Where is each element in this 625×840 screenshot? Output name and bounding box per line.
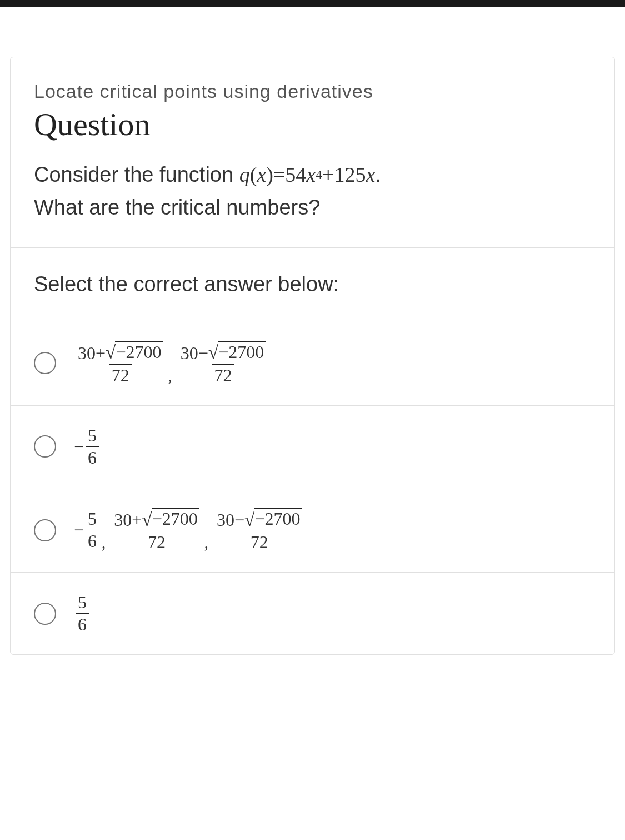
radio-icon bbox=[34, 603, 56, 625]
prompt-equation: q(x) = 54x4 + 125x bbox=[239, 158, 376, 191]
answer-option-b[interactable]: − 5 6 bbox=[11, 405, 614, 488]
question-card: Locate critical points using derivatives… bbox=[10, 57, 615, 655]
answer-option-d[interactable]: 5 6 bbox=[11, 572, 614, 654]
question-header-section: Locate critical points using derivatives… bbox=[11, 57, 614, 248]
answer-option-a[interactable]: 30+√−2700 72 , 30−√−2700 72 bbox=[11, 321, 614, 405]
func-var: x bbox=[257, 158, 266, 191]
radio-icon bbox=[34, 519, 56, 541]
coef1: 54 bbox=[285, 158, 306, 191]
option-c-math: − 5 6 , 30+√−2700 72 , 30−√−2700 72 bbox=[74, 508, 306, 552]
func-name: q bbox=[239, 158, 250, 191]
option-a-math: 30+√−2700 72 , 30−√−2700 72 bbox=[74, 341, 269, 385]
plus: + bbox=[322, 158, 334, 191]
period: . bbox=[375, 163, 381, 186]
radio-icon bbox=[34, 352, 56, 374]
top-bar bbox=[0, 0, 625, 7]
exponent: 4 bbox=[316, 165, 322, 185]
equals: = bbox=[273, 158, 285, 191]
option-b-math: − 5 6 bbox=[74, 426, 101, 468]
topic-label: Locate critical points using derivatives bbox=[34, 81, 591, 102]
radio-icon bbox=[34, 435, 56, 458]
question-prompt: Consider the function q(x) = 54x4 + 125x… bbox=[34, 158, 591, 224]
instruction: Select the correct answer below: bbox=[11, 248, 614, 321]
prompt-line2: What are the critical numbers? bbox=[34, 196, 320, 219]
answer-option-c[interactable]: − 5 6 , 30+√−2700 72 , 30−√−2700 72 bbox=[11, 488, 614, 572]
question-heading: Question bbox=[34, 106, 591, 143]
option-d-math: 5 6 bbox=[74, 593, 91, 634]
prompt-pre: Consider the function bbox=[34, 163, 239, 186]
coef2: 125 bbox=[334, 158, 366, 191]
